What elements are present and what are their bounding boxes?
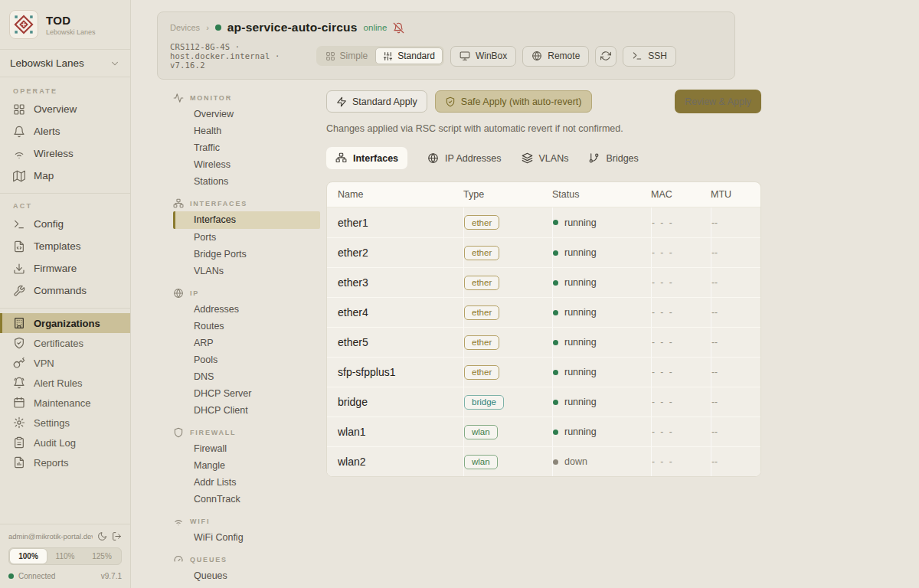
table-row[interactable]: sfp-sfpplus1etherrunning- - --- (327, 357, 760, 387)
sidebar-item-overview[interactable]: Overview (0, 98, 130, 120)
sidebar-item-config[interactable]: Config (0, 213, 130, 235)
cell-mtu: -- (711, 447, 760, 476)
subnav-item-traffic[interactable]: Traffic (173, 139, 326, 156)
subnav-item-wifi-config[interactable]: WiFi Config (173, 529, 326, 546)
cell-name: ether3 (338, 268, 463, 297)
breadcrumb[interactable]: Devices (170, 23, 200, 32)
bell-ring-icon (13, 377, 25, 389)
sidebar-item-audit-log[interactable]: Audit Log (0, 433, 130, 452)
cell-status: running (552, 238, 651, 267)
mode-simple-button[interactable]: Simple (318, 47, 376, 64)
type-badge: ether (464, 246, 499, 260)
interface-name: ether5 (338, 336, 368, 348)
table-row[interactable]: ether2etherrunning- - --- (327, 237, 760, 267)
logout-icon[interactable] (112, 531, 122, 541)
subnav-item-dns[interactable]: DNS (173, 368, 326, 385)
sidebar-item-settings[interactable]: Settings (0, 413, 130, 433)
subnav-item-ports[interactable]: Ports (173, 229, 326, 246)
sidebar-item-maintenance[interactable]: Maintenance (0, 393, 130, 413)
winbox-button[interactable]: WinBox (450, 46, 516, 67)
remote-button[interactable]: Remote (522, 46, 589, 67)
table-row[interactable]: bridgebridgerunning- - --- (327, 387, 760, 416)
sidebar-item-organizations[interactable]: Organizations (0, 313, 130, 333)
sidebar-item-wireless[interactable]: Wireless (0, 142, 130, 165)
table-row[interactable]: ether4etherrunning- - --- (327, 297, 760, 327)
sidebar-item-firmware[interactable]: Firmware (0, 257, 130, 279)
zoom-option-125[interactable]: 125% (83, 549, 120, 564)
cell-mac: - - - (651, 417, 711, 446)
table-row[interactable]: ether5etherrunning- - --- (327, 327, 760, 357)
subnav-item-addresses[interactable]: Addresses (173, 301, 326, 318)
review-apply-button[interactable]: Review & Apply (675, 90, 761, 113)
sidebar-item-alerts[interactable]: Alerts (0, 120, 130, 142)
zoom-option-110[interactable]: 110% (47, 549, 83, 564)
subnav-item-queues[interactable]: Queues (173, 567, 326, 584)
shield-check-icon (13, 337, 25, 349)
cell-mtu: -- (711, 358, 760, 387)
subnav-item-interfaces[interactable]: Interfaces (173, 211, 320, 229)
subnav-item-overview[interactable]: Overview (173, 106, 326, 122)
org-selector[interactable]: Lebowski Lanes (0, 50, 130, 77)
cell-type: ether (463, 238, 552, 267)
mac-value: - - - (652, 247, 674, 258)
grid-icon (325, 51, 335, 61)
table-row[interactable]: ether3etherrunning- - --- (327, 267, 760, 297)
tab-vlans[interactable]: VLANs (522, 147, 569, 169)
sidebar-item-commands[interactable]: Commands (0, 279, 130, 302)
sidebar-item-vpn[interactable]: VPN (0, 353, 130, 373)
subnav-item-stations[interactable]: Stations (173, 173, 326, 190)
status-dot (553, 340, 558, 345)
zoom-option-100[interactable]: 100% (10, 549, 47, 564)
mode-standard-button[interactable]: Standard (375, 47, 443, 64)
calendar-icon (13, 397, 25, 409)
cell-name: ether2 (338, 238, 463, 267)
tab-bridges[interactable]: Bridges (588, 147, 638, 169)
subnav-item-mangle[interactable]: Mangle (173, 457, 326, 474)
standard-apply-label: Standard Apply (352, 96, 417, 107)
subnav-item-firewall[interactable]: Firewall (173, 440, 326, 457)
mtu-value: -- (711, 337, 718, 348)
column-header-type: Type (463, 189, 552, 200)
cell-status: running (552, 207, 651, 237)
subnav-item-dhcp-client[interactable]: DHCP Client (173, 402, 326, 419)
subnav-item-wireless[interactable]: Wireless (173, 156, 326, 173)
sidebar-item-alert-rules[interactable]: Alert Rules (0, 373, 130, 393)
subnav-item-conntrack[interactable]: ConnTrack (173, 491, 326, 508)
subnav-item-routes[interactable]: Routes (173, 318, 326, 335)
standard-apply-button[interactable]: Standard Apply (326, 90, 427, 113)
sidebar-item-certificates[interactable]: Certificates (0, 333, 130, 353)
table-row[interactable]: wlan2wlandown- - --- (327, 446, 760, 476)
trash-button[interactable] (705, 46, 722, 67)
sidebar-item-label: Map (34, 170, 54, 181)
tab-interfaces[interactable]: Interfaces (326, 147, 407, 169)
subnav-item-vlans[interactable]: VLANs (173, 263, 326, 279)
dark-mode-icon[interactable] (97, 531, 107, 541)
alerts-muted-icon[interactable] (393, 22, 404, 34)
cell-mac: - - - (651, 447, 711, 476)
main-panel: Standard Apply Safe Apply (with auto-rev… (326, 90, 761, 588)
safe-apply-button[interactable]: Safe Apply (with auto-revert) (435, 90, 592, 113)
subnav-group-queues: QUEUES (173, 551, 326, 567)
device-actions: SimpleStandardWinBoxRemoteSSH (316, 46, 722, 67)
subnav-item-dhcp-server[interactable]: DHCP Server (173, 385, 326, 402)
subnav-item-pools[interactable]: Pools (173, 351, 326, 368)
sidebar-item-reports[interactable]: Reports (0, 452, 130, 472)
sidebar-item-map[interactable]: Map (0, 165, 130, 187)
device-status-badge: online (364, 23, 388, 32)
interface-name: ether3 (338, 276, 368, 289)
breadcrumb-separator: › (206, 23, 209, 32)
pencil-button[interactable] (682, 46, 699, 67)
table-row[interactable]: ether1etherrunning- - --- (327, 207, 760, 237)
ssh-button[interactable]: SSH (623, 46, 676, 67)
cell-status: down (552, 447, 651, 476)
subnav-item-health[interactable]: Health (173, 122, 326, 139)
table-row[interactable]: wlan1wlanrunning- - --- (327, 416, 760, 446)
tab-ip-addresses[interactable]: IP Addresses (427, 147, 501, 169)
cell-mac: - - - (651, 207, 711, 237)
column-header-mtu: MTU (711, 189, 760, 200)
sidebar-item-templates[interactable]: Templates (0, 235, 130, 257)
subnav-item-addr-lists[interactable]: Addr Lists (173, 474, 326, 491)
subnav-item-arp[interactable]: ARP (173, 335, 326, 351)
refresh-button[interactable] (595, 46, 616, 67)
subnav-item-bridge-ports[interactable]: Bridge Ports (173, 246, 326, 263)
